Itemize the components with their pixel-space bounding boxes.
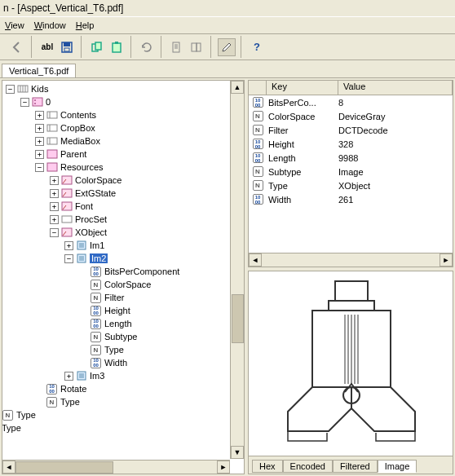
expander-icon[interactable]: +	[50, 202, 59, 211]
property-value: Image	[338, 167, 453, 177]
name-icon: N	[2, 409, 14, 421]
preview-tab-image[interactable]: Image	[378, 460, 417, 473]
array-icon	[46, 122, 58, 134]
svg-rect-5	[113, 43, 121, 52]
svg-rect-6	[115, 42, 118, 44]
scroll-right-icon[interactable]: ►	[440, 253, 453, 267]
pencil-icon[interactable]	[218, 38, 236, 56]
tree-label: Width	[104, 358, 127, 368]
dict-ref-icon	[60, 174, 73, 187]
doc2-icon[interactable]	[188, 38, 205, 56]
scroll-down-icon[interactable]: ▼	[231, 446, 244, 459]
tree-label: MediaBox	[60, 136, 100, 146]
expander-icon[interactable]: −	[50, 228, 59, 237]
text-tool-button[interactable]: abl	[38, 38, 56, 56]
expander-icon[interactable]: +	[35, 124, 44, 133]
expander-icon[interactable]: −	[6, 85, 15, 94]
scroll-thumb[interactable]	[232, 294, 244, 343]
expander-icon[interactable]: +	[35, 111, 44, 120]
tree-label: Rotate	[60, 384, 86, 394]
menu-help[interactable]: Help	[76, 20, 95, 30]
header-col-value[interactable]: Value	[338, 81, 453, 95]
expander-icon[interactable]: −	[35, 163, 44, 172]
name-icon: N	[90, 331, 102, 343]
menu-window[interactable]: Window	[34, 20, 66, 30]
expander-icon[interactable]: +	[50, 176, 59, 185]
scroll-up-icon[interactable]: ▲	[231, 81, 244, 94]
doc1-icon[interactable]	[168, 38, 186, 56]
document-tab[interactable]: Vertical_T6.pdf	[2, 64, 76, 77]
header-col-key[interactable]: Key	[267, 81, 338, 95]
property-row[interactable]: NTypeXObject	[249, 178, 453, 192]
expander-icon[interactable]: +	[35, 150, 44, 159]
stream-icon	[75, 253, 87, 265]
name-icon: N	[249, 125, 267, 135]
tree-panel: −Kids −0 +Contents +CropBox +MediaBox +P…	[2, 80, 245, 474]
property-row[interactable]: NFilterDCTDecode	[249, 123, 453, 137]
name-icon: N	[249, 166, 267, 177]
copy-green-icon[interactable]	[88, 38, 106, 56]
preview-tab-filtered[interactable]: Filtered	[333, 460, 378, 473]
preview-panel: Hex Encoded Filtered Image	[248, 271, 453, 474]
svg-rect-24	[47, 138, 57, 144]
property-row[interactable]: 1000Width261	[249, 192, 453, 206]
help-icon[interactable]: ?	[248, 38, 266, 56]
preview-tab-hex[interactable]: Hex	[252, 460, 283, 473]
name-icon: N	[249, 111, 267, 121]
preview-tabs: Hex Encoded Filtered Image	[249, 456, 453, 474]
expander-icon[interactable]: −	[20, 98, 29, 107]
tree-scrollbar-vertical[interactable]: ▲ ▼	[230, 81, 244, 459]
expander-icon[interactable]: +	[35, 137, 44, 146]
dict-ref-icon	[60, 187, 73, 200]
preview-tab-encoded[interactable]: Encoded	[283, 460, 333, 473]
scroll-left-icon[interactable]: ◄	[249, 253, 262, 267]
tree-label-selected[interactable]: Im2	[90, 253, 108, 263]
tree[interactable]: −Kids −0 +Contents +CropBox +MediaBox +P…	[2, 81, 230, 460]
svg-rect-31	[62, 216, 72, 223]
name-icon: N	[46, 396, 58, 408]
tree-scrollbar-horizontal[interactable]: ◄ ►	[2, 460, 230, 474]
number-icon: 1000	[90, 318, 102, 330]
expander-icon[interactable]: +	[50, 189, 59, 198]
expander-icon[interactable]: +	[50, 215, 59, 224]
properties-scrollbar-horizontal[interactable]: ◄ ►	[249, 253, 453, 267]
refresh-icon[interactable]	[138, 38, 156, 56]
svg-rect-17	[33, 98, 42, 106]
property-row[interactable]: 1000Height328	[249, 137, 453, 151]
scroll-left-icon[interactable]: ◄	[2, 461, 15, 474]
expander-icon[interactable]: +	[64, 372, 73, 381]
svg-rect-36	[335, 281, 368, 301]
tree-label: Font	[75, 201, 93, 211]
save-icon[interactable]	[58, 38, 76, 56]
properties-body[interactable]: 1000BitsPerCo...8NColorSpaceDeviceGrayNF…	[249, 95, 453, 253]
scroll-thumb[interactable]	[15, 461, 113, 474]
header-col-icon[interactable]	[249, 81, 267, 95]
prev-icon[interactable]	[8, 38, 26, 56]
tree-label: Type	[104, 345, 124, 355]
expander-icon[interactable]: −	[64, 254, 73, 263]
name-icon: N	[90, 292, 102, 304]
property-key: Subtype	[267, 167, 338, 177]
stream-icon	[75, 240, 87, 252]
array-icon	[60, 214, 73, 226]
property-row[interactable]: 1000BitsPerCo...8	[249, 95, 453, 109]
tree-label: Im3	[90, 371, 104, 381]
menu-view[interactable]: View	[5, 20, 24, 30]
window-title: n - [Aspect_Vertical_T6.pdf]	[3, 2, 123, 14]
name-icon: N	[249, 180, 267, 191]
scroll-right-icon[interactable]: ►	[217, 461, 230, 474]
array-icon	[46, 135, 58, 148]
tree-label: ColorSpace	[75, 175, 121, 185]
tree-label: Type	[2, 423, 21, 433]
paste-green-icon[interactable]	[108, 38, 126, 56]
tree-label: Type	[16, 410, 36, 420]
svg-rect-22	[47, 125, 57, 131]
dict-icon	[46, 148, 58, 161]
svg-rect-20	[47, 112, 57, 118]
property-row[interactable]: 1000Length9988	[249, 151, 453, 165]
property-key: Filter	[267, 126, 338, 135]
property-row[interactable]: NSubtypeImage	[249, 165, 453, 178]
expander-icon[interactable]: +	[64, 241, 73, 250]
property-row[interactable]: NColorSpaceDeviceGray	[249, 109, 453, 123]
tree-label: XObject	[75, 227, 107, 237]
